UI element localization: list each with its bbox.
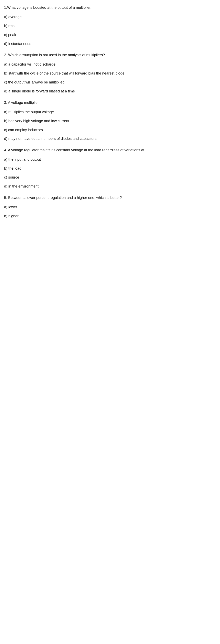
answer-option-q5b: b) higher: [4, 214, 216, 219]
question-text-1: 1.What voltage is boosted at the output …: [4, 5, 216, 10]
answer-option-q2d: d) a single diode is forward biased at a…: [4, 88, 216, 94]
answer-option-q2b: b) start with the cycle of the source th…: [4, 71, 216, 76]
question-block-5: 5. Between a lower percent regulation an…: [4, 195, 216, 219]
question-block-4: 4. A voltage regulator maintains constan…: [4, 148, 216, 189]
answer-option-q3d: d) may not have equal numbers of diodes …: [4, 136, 216, 142]
answer-option-q4b: b) the load: [4, 166, 216, 172]
answer-option-q1c: c) peak: [4, 32, 216, 38]
answer-option-q1a: a) average: [4, 14, 216, 20]
content-area: 1.What voltage is boosted at the output …: [4, 5, 216, 219]
question-text-2: 2. Which assumption is not used in the a…: [4, 52, 216, 58]
answer-option-q4c: c) source: [4, 175, 216, 180]
answer-option-q2a: a) a capacitor will not discharge: [4, 62, 216, 68]
question-text-5: 5. Between a lower percent regulation an…: [4, 195, 216, 201]
answer-option-q5a: a) lower: [4, 204, 216, 210]
question-block-1: 1.What voltage is boosted at the output …: [4, 5, 216, 47]
answer-option-q2c: c) the output will always be multiplied: [4, 80, 216, 85]
answer-option-q3b: b) has very high voltage and low current: [4, 118, 216, 124]
question-block-3: 3. A voltage multipliera) multiplies the…: [4, 100, 216, 142]
question-text-3: 3. A voltage multiplier: [4, 100, 216, 106]
answer-option-q3a: a) multiplies the output voltage: [4, 109, 216, 115]
answer-option-q1b: b) rms: [4, 23, 216, 29]
answer-option-q4d: d) in the environment: [4, 184, 216, 189]
question-block-2: 2. Which assumption is not used in the a…: [4, 52, 216, 94]
question-text-4: 4. A voltage regulator maintains constan…: [4, 148, 216, 153]
answer-option-q1d: d) instantaneous: [4, 41, 216, 47]
answer-option-q4a: a) the input and output: [4, 157, 216, 162]
answer-option-q3c: c) can employ inductors: [4, 127, 216, 133]
